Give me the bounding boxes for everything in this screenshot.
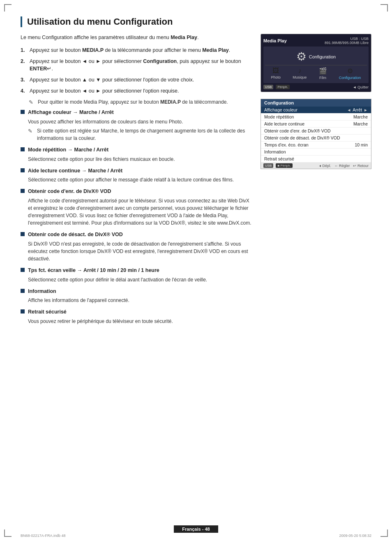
note-1: ✎ Pour quitter le mode Media Play, appuy… — [29, 98, 252, 107]
config-row-obtenir-desact-label: Obtenir code de désact. de DivX® VOD — [264, 135, 340, 140]
gear-icon: ⚙ — [296, 50, 307, 63]
right-column: Media Play USB : USB 891.98MB/995.00MB L… — [261, 34, 371, 329]
step-4: 4. Appuyez sur le bouton ◄ ou ► pour sél… — [21, 87, 252, 95]
section-obtenir-enr-title: Obtenir code d'enr. de DivX® VOD — [28, 188, 111, 195]
section-information-header: Information — [21, 288, 252, 295]
config-row-temps-label: Temps d'ex. éco. écran — [264, 142, 309, 147]
section-tps-fct: Tps fct. écran veille → Arrêt / 10 min /… — [21, 267, 252, 283]
mp-icon-photo-label: Photo — [271, 75, 281, 79]
config-box: Configuration Affichage couleur ◄ Arrêt … — [261, 99, 371, 169]
step-3: 3. Appuyez sur le bouton ▲ ou ▼ pour sél… — [21, 76, 252, 84]
section-bullet-2 — [21, 147, 25, 151]
section-retrait-body: Vous pouvez retirer le périphérique du t… — [28, 318, 252, 325]
section-mode-rep: Mode répétition → Marche / Arrêt Sélecti… — [21, 146, 252, 163]
section-bullet-3 — [21, 168, 25, 172]
section-bullet-5 — [21, 232, 25, 236]
config-row-info: Information — [261, 149, 371, 156]
config-row-temps: Temps d'ex. éco. écran 10 min — [261, 142, 371, 149]
section-affichage-body: Vous pouvez afficher les informations de… — [28, 118, 252, 142]
mp-bottom-icons: 🖼 Photo ♪ Musique 🎬 Film ⚙ — [265, 65, 367, 81]
section-retrait-title: Retrait sécurisé — [28, 308, 67, 316]
config-row-affichage-value: ◄ Arrêt ► — [347, 107, 368, 112]
config-row-mode-rep-value: Marche — [353, 114, 368, 119]
photo-icon: 🖼 — [272, 67, 279, 74]
section-aide-lect-body: Sélectionnez cette option pour afficher … — [28, 176, 252, 183]
bottom-meta: BN68-02217A-FRA.indb 48 2009-05-20 5:08:… — [21, 534, 371, 538]
mp-footer: USB Périph. ◄ Quitter — [263, 85, 369, 89]
mp-icon-film-label: Film — [319, 76, 326, 80]
config-footer-right: ♦ Dépl. ↔ Régler ↩ Retour — [319, 164, 369, 168]
config-footer-retour: ↩ Retour — [353, 164, 369, 168]
step-1: 1. Appuyez sur le bouton MEDIA.P de la t… — [21, 46, 252, 54]
step-4-text: Appuyez sur le bouton ◄ ou ► pour sélect… — [30, 87, 252, 95]
page-title-bar: Utilisation du menu Configuration — [21, 16, 371, 27]
page-footer-label: Français - 48 — [174, 525, 218, 533]
section-affichage: Affichage couleur → Marche / Arrêt Vous … — [21, 109, 252, 142]
mp-usb-badge: USB — [263, 85, 273, 89]
section-bullet-8 — [21, 309, 25, 313]
mp-icon-musique: ♪ Musique — [293, 67, 307, 80]
section-retrait-header: Retrait sécurisé — [21, 308, 252, 316]
page-title: Utilisation du menu Configuration — [27, 16, 371, 27]
meta-right: 2009-05-20 5:08:32 — [339, 534, 371, 538]
config-row-mode-rep-label: Mode répétition — [264, 114, 294, 119]
left-column: Le menu Configuration affiche les paramè… — [21, 34, 252, 329]
page: Utilisation du menu Configuration Le men… — [0, 0, 392, 541]
config-row-aide-lect-label: Aide lecture continue — [264, 121, 304, 126]
mp-quit-btn: ◄ Quitter — [353, 85, 369, 89]
config-row-aide-lect-value: Marche — [353, 121, 368, 126]
note-icon: ✎ — [29, 98, 35, 107]
mp-footer-left: USB Périph. — [263, 85, 290, 89]
config-footer-regler: ↔ Régler — [334, 164, 350, 168]
section-tps-fct-header: Tps fct. écran veille → Arrêt / 10 min /… — [21, 267, 252, 274]
note-1-text: Pour quitter le mode Media Play, appuyez… — [38, 98, 228, 107]
section-affichage-note: ✎ Si cette option est réglée sur Marche,… — [28, 127, 252, 142]
mp-title: Media Play — [263, 38, 287, 43]
step-1-num: 1. — [21, 46, 27, 54]
section-bullet-4 — [21, 189, 25, 193]
config-row-retrait-label: Retrait sécurisé — [264, 156, 294, 161]
section-obtenir-enr-body: Affiche le code d'enregistrement autoris… — [28, 197, 252, 227]
step-3-text: Appuyez sur le bouton ▲ ou ▼ pour sélect… — [30, 76, 252, 84]
config-row-aide-lect: Aide lecture continue Marche — [261, 121, 371, 128]
mp-icon-config: ⚙ Configuration — [339, 67, 361, 80]
corner-mark-tl — [4, 4, 12, 12]
mp-periph-badge: Périph. — [276, 85, 289, 89]
step-4-num: 4. — [21, 87, 27, 95]
section-aide-lect-title: Aide lecture continue → Marche / Arrêt — [28, 167, 122, 175]
step-1-text: Appuyez sur le bouton MEDIA.P de la télé… — [30, 46, 252, 54]
config-footer: USB ■ Périph. ♦ Dépl. ↔ Régler ↩ Retour — [261, 163, 371, 169]
step-2: 2. Appuyez sur le bouton ◄ ou ► pour sél… — [21, 58, 252, 73]
section-mode-rep-header: Mode répétition → Marche / Arrêt — [21, 146, 252, 154]
section-retrait: Retrait sécurisé Vous pouvez retirer le … — [21, 308, 252, 325]
page-footer: Français - 48 — [0, 525, 392, 533]
config-header: Configuration — [261, 99, 371, 107]
mp-config-label: Configuration — [309, 54, 336, 59]
section-obtenir-desact-header: Obtenir code de désact. de DivX® VOD — [21, 231, 252, 239]
section-mode-rep-title: Mode répétition → Marche / Arrêt — [28, 146, 108, 154]
section-bullet-6 — [21, 268, 25, 272]
config-footer-periph: ■ Périph. — [276, 163, 292, 168]
section-information-body: Affiche les informations de l'appareil c… — [28, 297, 252, 304]
mp-content-area: ⚙ Configuration 🖼 Photo ♪ Musique — [263, 46, 369, 83]
config-row-mode-rep: Mode répétition Marche — [261, 114, 371, 121]
section-information: Information Affiche les informations de … — [21, 288, 252, 304]
section-obtenir-desact: Obtenir code de désact. de DivX® VOD Si … — [21, 231, 252, 262]
section-aide-lect: Aide lecture continue → Marche / Arrêt S… — [21, 167, 252, 184]
step-3-num: 3. — [21, 76, 27, 84]
config-row-retrait: Retrait sécurisé — [261, 156, 371, 163]
config-row-obtenir-enr: Obtenir code d'enr. de DivX® VOD — [261, 128, 371, 135]
media-play-box: Media Play USB : USB 891.98MB/995.00MB L… — [261, 34, 371, 92]
section-obtenir-desact-title: Obtenir code de désact. de DivX® VOD — [28, 231, 123, 239]
mp-gear-area: ⚙ Configuration — [296, 50, 336, 63]
mp-icon-config-label: Configuration — [339, 76, 361, 80]
corner-mark-tr — [380, 4, 388, 12]
music-icon: ♪ — [298, 67, 301, 74]
section-mode-rep-body: Sélectionnez cette option pour lire des … — [28, 156, 252, 163]
step-2-text: Appuyez sur le bouton ◄ ou ► pour sélect… — [30, 58, 252, 73]
section-bullet-7 — [21, 289, 25, 293]
config-icon: ⚙ — [347, 67, 353, 75]
meta-left: BN68-02217A-FRA.indb 48 — [21, 534, 66, 538]
config-row-affichage-label: Affichage couleur — [264, 107, 297, 112]
mp-header: Media Play USB : USB 891.98MB/995.00MB L… — [263, 37, 369, 45]
